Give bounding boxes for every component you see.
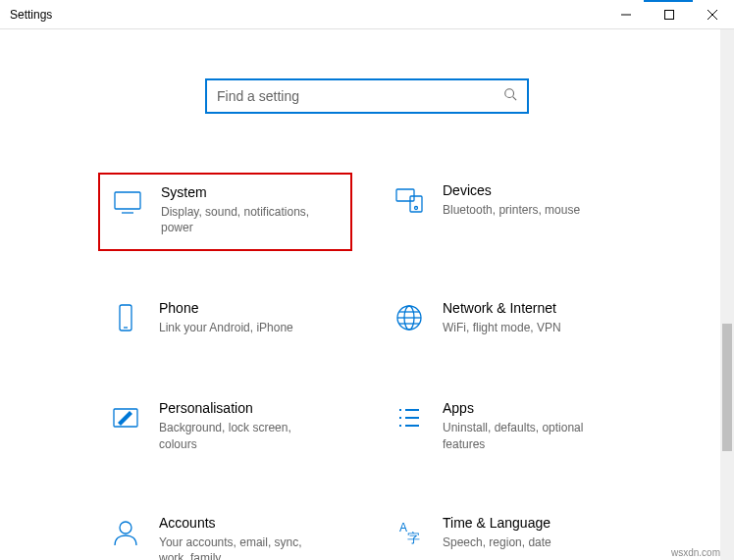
personalisation-icon (108, 402, 143, 437)
settings-grid: System Display, sound, notifications, po… (0, 173, 734, 560)
time-language-icon: A字 (392, 517, 427, 552)
search-input[interactable] (217, 88, 503, 104)
search-icon (503, 87, 517, 105)
window-title: Settings (10, 8, 52, 22)
scrollbar[interactable] (720, 29, 734, 560)
tile-title: Devices (443, 182, 580, 198)
maximize-icon (664, 10, 674, 20)
tile-title: Personalisation (159, 400, 326, 416)
tile-desc: Speech, region, date (443, 535, 551, 550)
svg-text:A: A (399, 521, 407, 535)
accent-bar (644, 0, 693, 2)
tile-desc: Your accounts, email, sync, work, family (159, 535, 326, 560)
tile-title: Time & Language (443, 515, 551, 531)
accounts-icon (108, 517, 143, 552)
close-icon (708, 10, 717, 20)
network-icon (392, 302, 427, 337)
titlebar: Settings (0, 0, 734, 29)
tile-apps[interactable]: Apps Uninstall, defaults, optional featu… (382, 390, 636, 465)
tile-desc: Display, sound, notifications, power (161, 204, 328, 235)
search-container (0, 78, 734, 114)
svg-rect-1 (665, 10, 674, 19)
phone-icon (108, 302, 143, 337)
content: System Display, sound, notifications, po… (0, 29, 734, 560)
tile-network[interactable]: Network & Internet WiFi, flight mode, VP… (382, 290, 636, 351)
window-controls (604, 0, 734, 28)
tile-title: Network & Internet (443, 300, 561, 316)
svg-point-4 (505, 89, 514, 98)
watermark: wsxdn.com (671, 547, 720, 558)
devices-icon (392, 184, 427, 220)
svg-rect-8 (396, 189, 414, 201)
tile-personalisation[interactable]: Personalisation Background, lock screen,… (98, 390, 352, 465)
tile-title: Apps (443, 400, 609, 416)
tile-desc: Uninstall, defaults, optional features (443, 420, 609, 451)
tile-accounts[interactable]: Accounts Your accounts, email, sync, wor… (98, 505, 352, 560)
tile-devices[interactable]: Devices Bluetooth, printers, mouse (382, 173, 636, 251)
tile-desc: Link your Android, iPhone (159, 320, 293, 335)
scrollbar-thumb[interactable] (722, 324, 732, 451)
tile-title: Accounts (159, 515, 326, 531)
svg-text:字: 字 (407, 531, 420, 545)
tile-time[interactable]: A字 Time & Language Speech, region, date (382, 505, 636, 560)
tile-title: System (161, 184, 328, 200)
svg-line-5 (513, 97, 517, 101)
svg-point-10 (415, 207, 418, 210)
tile-desc: WiFi, flight mode, VPN (443, 320, 561, 335)
search-box[interactable] (205, 78, 529, 114)
svg-rect-11 (120, 305, 131, 331)
tile-system[interactable]: System Display, sound, notifications, po… (98, 173, 352, 251)
tile-title: Phone (159, 300, 293, 316)
tile-desc: Bluetooth, printers, mouse (443, 202, 580, 218)
minimize-icon (621, 10, 631, 20)
close-button[interactable] (691, 0, 734, 28)
apps-icon (392, 402, 427, 437)
svg-rect-6 (115, 192, 140, 209)
tile-desc: Background, lock screen, colours (159, 420, 326, 451)
tile-phone[interactable]: Phone Link your Android, iPhone (98, 290, 352, 351)
minimize-button[interactable] (604, 0, 648, 28)
maximize-button[interactable] (648, 0, 691, 28)
svg-point-25 (120, 522, 131, 534)
system-icon (110, 186, 145, 222)
